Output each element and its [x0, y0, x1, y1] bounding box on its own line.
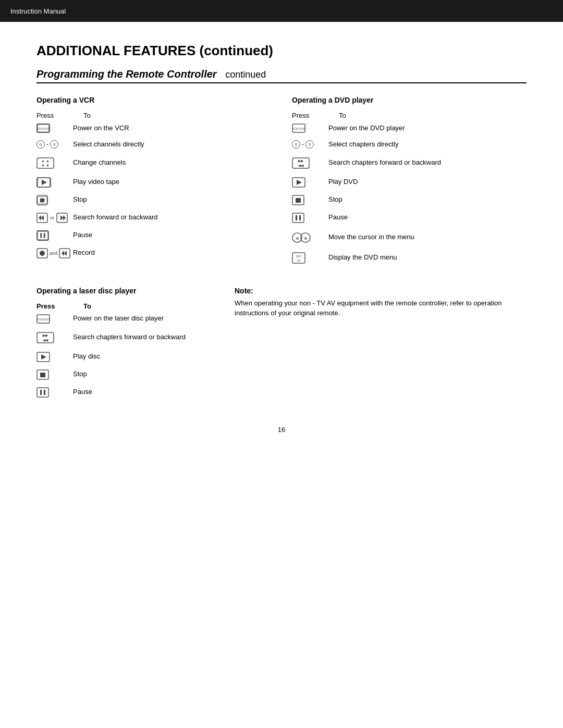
svg-rect-34	[299, 215, 301, 220]
channel-arrow-svg: ▲ ▲ ▼ ▼	[36, 156, 54, 170]
vcr-play-icon	[36, 177, 51, 188]
vcr-stop-icon	[36, 195, 48, 205]
vcr-desc-pause: Pause	[73, 231, 271, 240]
vcr-row-change-channels: ▲ ▲ ▼ ▼ Change channels	[36, 156, 271, 170]
dvd-desc-stop: Stop	[328, 195, 527, 204]
dvd-to-label: To	[339, 112, 346, 119]
svg-text:UP: UP	[297, 259, 301, 262]
laser-desc-pause: Pause	[73, 388, 214, 397]
laser-column: Operating a laser disc player Press To V…	[36, 287, 214, 405]
laser-row-play: Play disc	[36, 352, 214, 362]
vcr-desc-change-channels: Change channels	[73, 158, 271, 167]
svg-marker-11	[41, 215, 44, 220]
two-col-section: Operating a VCR Press To VCR·DVD Power o	[36, 96, 527, 271]
svg-text:▲ ▲: ▲ ▲	[41, 159, 50, 163]
vcr-pause-icon	[36, 230, 49, 241]
dvd-desc-cursor: Move the cursor in the menu	[328, 233, 527, 242]
svg-text:SET: SET	[296, 255, 302, 258]
dvd-icon-power: VCR·DVD	[292, 124, 328, 133]
svg-marker-22	[64, 251, 67, 256]
header-title: Instruction Manual	[10, 7, 66, 15]
vcr-power-icon: VCR·DVD	[36, 124, 50, 133]
dvd-desc-chapter-search: Search chapters forward or backward	[328, 158, 527, 167]
vcr-icon-channels: 0 - 9	[36, 140, 73, 149]
dvd-desc-menu: Display the DVD menu	[328, 253, 527, 262]
bottom-section: Operating a laser disc player Press To V…	[36, 287, 527, 405]
svg-text:◀◀: ◀◀	[43, 338, 48, 342]
vcr-row-channels: 0 - 9 Select channels directly	[36, 140, 271, 149]
laser-header: Operating a laser disc player	[36, 287, 214, 295]
svg-rect-33	[296, 215, 297, 220]
dvd-stop-svg	[292, 195, 304, 205]
vcr-to-label: To	[83, 112, 91, 119]
dvd-press-label: Press	[292, 112, 323, 119]
vcr-row-pause: Pause	[36, 230, 271, 241]
laser-row-power: VCR·DVD Power on the laser disc player	[36, 314, 214, 324]
dvd-icon-stop	[292, 195, 328, 205]
laser-desc-search: Search chapters forward or backward	[73, 333, 214, 342]
laser-press-label: Press	[36, 302, 68, 310]
header-bar: Instruction Manual	[0, 0, 563, 22]
svg-text:⊕: ⊕	[304, 236, 308, 241]
svg-text:◀◀: ◀◀	[298, 164, 304, 167]
dvd-icon-chapters: 0 - 9	[292, 140, 328, 149]
svg-rect-52	[40, 390, 42, 395]
vcr-desc-power: Power on the VCR	[73, 124, 271, 133]
dvd-row-pause: Pause	[292, 213, 527, 223]
vcr-desc-stop: Stop	[73, 195, 271, 204]
section-title-text: Programming the Remote Controller	[36, 68, 217, 80]
vcr-row-search: or Search forward or backward	[36, 213, 271, 223]
vcr-search-icon: or	[36, 213, 68, 223]
vcr-icon-pause	[36, 230, 73, 241]
dvd-play-svg	[292, 177, 305, 188]
laser-icon-search: ▶▶ ◀◀	[36, 331, 73, 344]
laser-desc-power: Power on the laser disc player	[73, 314, 214, 323]
page-number: 16	[36, 426, 527, 434]
svg-marker-10	[39, 215, 41, 220]
dvd-desc-pause: Pause	[328, 213, 527, 222]
laser-icon-pause	[36, 387, 73, 398]
vcr-row-play: Play video tape	[36, 177, 271, 188]
svg-rect-17	[44, 233, 45, 238]
vcr-press-label: Press	[36, 112, 68, 119]
svg-text:▶▶: ▶▶	[298, 159, 304, 163]
vcr-icon-search: or	[36, 213, 73, 223]
svg-rect-50	[40, 373, 45, 377]
vcr-icon-stop	[36, 195, 73, 205]
svg-text:⊕: ⊕	[296, 236, 299, 241]
svg-rect-15	[38, 231, 48, 240]
vcr-desc-search: Search forward or backward	[73, 213, 271, 222]
dvd-row-chapter-search: ▶▶ ◀◀ Search chapters forward or backwar…	[292, 156, 527, 170]
laser-play-svg	[36, 352, 50, 362]
svg-marker-21	[62, 251, 64, 256]
dvd-desc-chapters: Select chapters directly	[328, 140, 527, 149]
laser-stop-svg	[36, 369, 49, 380]
dvd-row-play: Play DVD	[292, 177, 527, 188]
section-continued-text: continued	[225, 69, 266, 80]
section-title: Programming the Remote Controller contin…	[36, 68, 527, 83]
note-title: Note:	[235, 287, 527, 295]
svg-rect-31	[296, 198, 301, 203]
dvd-desc-play: Play DVD	[328, 178, 527, 187]
vcr-icon-play	[36, 177, 73, 188]
dvd-menu-svg: SET UP	[292, 252, 305, 264]
svg-marker-48	[41, 354, 46, 360]
dvd-pause-svg	[292, 213, 304, 223]
svg-text:VCR·DVD: VCR·DVD	[37, 127, 50, 130]
svg-marker-29	[297, 180, 302, 185]
dvd-number-icon: 0 - 9	[292, 140, 314, 149]
laser-desc-stop: Stop	[73, 370, 214, 379]
svg-rect-16	[40, 233, 42, 238]
svg-marker-6	[42, 180, 47, 185]
vcr-row-stop: Stop	[36, 195, 271, 205]
svg-text:VCR·DVD: VCR·DVD	[36, 318, 50, 321]
dvd-icon-cursor: ⊕ ⊕	[292, 230, 328, 245]
dvd-icon-pause	[292, 213, 328, 223]
dvd-row-stop: Stop	[292, 195, 527, 205]
dvd-cursor-svg: ⊕ ⊕	[292, 230, 311, 245]
dvd-power-svg: VCR·DVD	[292, 124, 305, 133]
dvd-row-cursor: ⊕ ⊕ Move the cursor in the menu	[292, 230, 527, 245]
dvd-chapter-search-svg: ▶▶ ◀◀	[292, 156, 310, 170]
page-content: ADDITIONAL FEATURES (continued) Programm…	[0, 22, 563, 465]
vcr-desc-play: Play video tape	[73, 178, 271, 187]
